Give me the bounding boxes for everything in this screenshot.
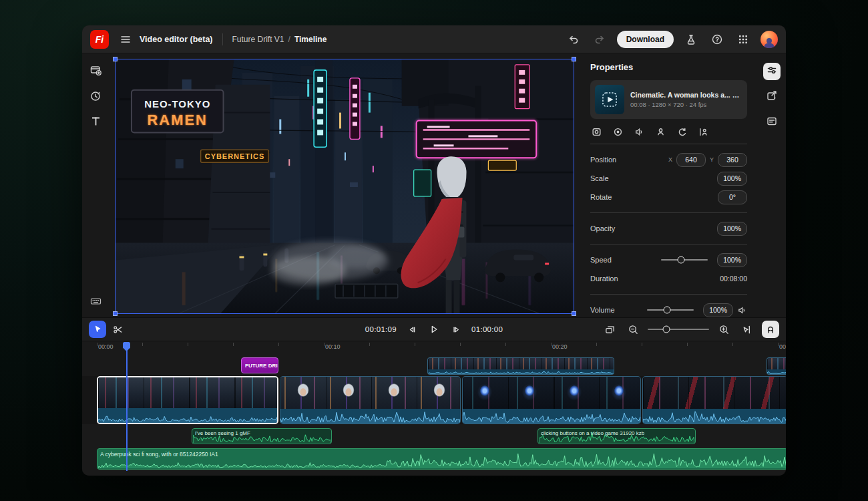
breadcrumb-project[interactable]: Future Drift V1 [232, 35, 284, 44]
audio-clip-2[interactable]: clicking buttons on a video game 31920 k… [537, 428, 696, 444]
previous-frame-button[interactable] [404, 321, 419, 338]
split-tool-button[interactable] [109, 321, 126, 338]
video-preview[interactable]: NEO-TOKYO RAMEN RAMEN CYBERNETICS [115, 59, 574, 314]
topbar-divider [222, 33, 223, 45]
selected-clip-card[interactable]: Cinematic. A woman looks a... v.ffgenvid… [590, 80, 747, 119]
download-button[interactable]: Download [617, 31, 674, 48]
video-clip-1[interactable] [97, 376, 278, 424]
sign-cybernetics-text: CYBERNETICS [205, 152, 264, 160]
hamburger-menu-button[interactable] [117, 31, 134, 48]
audio-icon[interactable] [634, 127, 644, 137]
keyboard-shortcuts-button[interactable] [87, 293, 104, 311]
volume-input[interactable]: 100% [703, 303, 733, 317]
clip-waveform [280, 409, 460, 424]
scale-label: Scale [590, 174, 609, 182]
captions-icon [766, 115, 778, 130]
scale-input[interactable]: 100% [717, 172, 747, 186]
main-area: NEO-TOKYO RAMEN RAMEN CYBERNETICS [82, 53, 786, 317]
volume-slider-knob[interactable] [663, 307, 670, 314]
align-icon[interactable] [698, 127, 708, 137]
clip-waveform [643, 409, 786, 424]
help-icon [711, 33, 723, 45]
clip-thumbnails [463, 377, 640, 410]
overlay-video-clip-partial[interactable] [767, 357, 786, 375]
text-tool-icon [89, 115, 102, 130]
position-row: Position X 640 Y 360 [590, 150, 747, 169]
divider [590, 144, 747, 144]
ruler-label-0: 00:00 [98, 343, 114, 350]
hamburger-menu-icon [120, 33, 132, 45]
video-clip-3[interactable] [462, 376, 641, 424]
add-media-button[interactable] [87, 63, 104, 80]
help-button[interactable] [708, 31, 726, 48]
avatar[interactable] [761, 31, 778, 48]
timeline-ruler[interactable]: 00:00 00:10 00:20 00 [82, 341, 786, 354]
rotate-icon[interactable] [677, 127, 687, 137]
selection-handle-bottom-right[interactable] [572, 311, 576, 316]
select-tool-button[interactable] [89, 321, 106, 338]
export-tab-button[interactable] [763, 88, 781, 106]
opacity-input[interactable]: 100% [717, 222, 747, 236]
timeline-area[interactable]: 00:00 00:10 00:20 00 FUTURE DRIF [82, 341, 786, 476]
playhead-line[interactable] [126, 350, 128, 471]
timeline-zoom-knob[interactable] [662, 326, 670, 333]
video-clip-2[interactable] [280, 376, 461, 424]
select-tool-icon [92, 324, 103, 335]
breadcrumb-page: Timeline [294, 35, 327, 44]
text-clip[interactable]: FUTURE DRIF [241, 357, 278, 373]
music-track: A cyberpunk sci fi song, with or 8512422… [82, 448, 786, 470]
position-x-input[interactable]: 640 [676, 153, 706, 167]
vertical-neon-sign-cyan [314, 70, 327, 147]
apps-grid-icon [737, 33, 749, 45]
speed-slider-knob[interactable] [677, 257, 684, 264]
keyboard-shortcuts-icon [89, 295, 102, 310]
selection-handle-bottom-left[interactable] [113, 311, 118, 316]
next-frame-icon [451, 324, 463, 335]
frame-icon[interactable] [592, 127, 602, 137]
overlay-video-clip[interactable] [427, 357, 614, 375]
redo-icon [594, 33, 606, 45]
mask-icon[interactable] [613, 127, 623, 137]
firefly-logo[interactable]: Fi [90, 30, 109, 49]
undo-button[interactable] [565, 31, 582, 48]
text-tool-button[interactable] [87, 114, 104, 131]
selection-handle-top-right[interactable] [572, 57, 576, 61]
redo-button[interactable] [591, 31, 608, 48]
playhead-snap-button[interactable] [738, 321, 756, 338]
volume-slider[interactable] [647, 309, 694, 311]
split-scissors-icon [112, 324, 124, 335]
captions-tab-button[interactable] [763, 114, 781, 131]
rotate-label: Rotate [590, 193, 612, 201]
y-axis-label: Y [710, 156, 714, 163]
music-clip[interactable]: A cyberpunk sci fi song, with or 8512422… [97, 448, 786, 470]
speaker-icon[interactable] [737, 305, 747, 315]
properties-panel: Properties Cinematic. A woman looks a...… [581, 53, 758, 317]
audio-clip-1[interactable]: I've been seeing 1 gMF [192, 428, 332, 444]
properties-title: Properties [590, 62, 747, 72]
position-y-input[interactable]: 360 [718, 153, 747, 167]
next-frame-button[interactable] [449, 321, 464, 338]
video-clip-4[interactable] [642, 376, 786, 424]
zoom-in-button[interactable] [715, 321, 732, 338]
rotate-input[interactable]: 0° [718, 190, 747, 204]
current-timecode: 00:01:09 [365, 325, 397, 333]
person-icon[interactable] [656, 127, 666, 137]
previous-frame-icon [406, 324, 417, 335]
properties-sliders-icon [766, 64, 778, 79]
properties-tab-button[interactable] [763, 63, 781, 80]
text-clip-label: FUTURE DRIF [245, 363, 278, 369]
magnet-snap-button[interactable] [762, 321, 779, 338]
zoom-out-button[interactable] [624, 321, 642, 338]
apps-grid-button[interactable] [734, 31, 752, 48]
divider [590, 244, 747, 244]
selection-handle-top-left[interactable] [113, 57, 118, 61]
speed-input[interactable]: 100% [717, 253, 747, 267]
play-button[interactable] [426, 321, 442, 338]
zoom-in-icon [718, 324, 730, 335]
vertical-neon-sign-pink [350, 78, 360, 140]
speed-slider[interactable] [661, 259, 708, 261]
timeline-zoom-slider[interactable] [648, 329, 709, 330]
beaker-button[interactable] [682, 31, 700, 48]
history-button[interactable] [87, 88, 104, 106]
track-options-button[interactable] [601, 321, 618, 338]
